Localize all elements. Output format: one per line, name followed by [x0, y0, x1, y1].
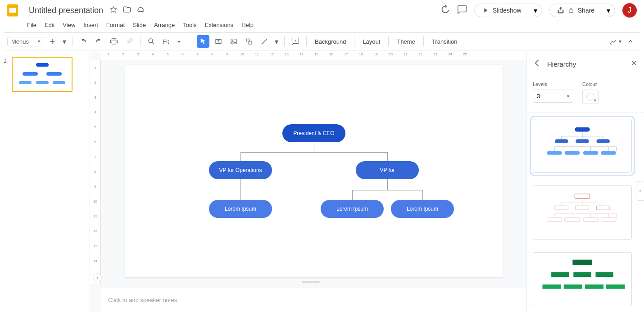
svg-point-4 — [149, 39, 153, 43]
colour-select[interactable] — [582, 90, 599, 104]
colour-label: Colour — [582, 81, 599, 87]
menu-extensions[interactable]: Extensions — [201, 20, 237, 30]
svg-rect-23 — [565, 218, 580, 222]
svg-rect-27 — [551, 272, 569, 277]
slide-thumb-1[interactable] — [12, 57, 73, 92]
svg-rect-29 — [596, 272, 613, 277]
hierarchy-template-2[interactable] — [533, 185, 632, 240]
svg-rect-11 — [555, 139, 568, 143]
select-tool[interactable] — [197, 35, 209, 48]
menu-bar: File Edit View Insert Format Slide Arran… — [0, 19, 644, 31]
menu-tools[interactable]: Tools — [179, 20, 200, 30]
org-node-vp-2[interactable]: VP for — [356, 161, 419, 179]
svg-rect-1 — [9, 8, 16, 13]
org-node-l3-2[interactable]: Lorem Ipsum — [321, 200, 384, 218]
speaker-notes[interactable]: Click to add speaker notes — [101, 288, 526, 312]
svg-rect-10 — [575, 127, 590, 132]
svg-rect-3 — [569, 10, 573, 13]
redo-button[interactable] — [92, 35, 105, 48]
zoom-button[interactable] — [145, 35, 158, 48]
share-dropdown[interactable]: ▾ — [602, 4, 615, 17]
svg-rect-33 — [606, 285, 625, 289]
menu-insert[interactable]: Insert — [80, 20, 102, 30]
org-node-ceo[interactable]: President & CEO — [282, 124, 345, 142]
panel-title: Hierarchy — [547, 60, 576, 68]
search-menus-input[interactable]: Menus — [7, 37, 43, 46]
paint-format-button[interactable] — [123, 35, 136, 48]
svg-rect-13 — [596, 139, 610, 143]
toolbar: Menus ▾ Fit ▾ Background Layout Theme Tr… — [4, 32, 640, 50]
line-tool-dropdown[interactable]: ▾ — [273, 35, 280, 48]
new-slide-button[interactable] — [46, 35, 59, 48]
new-slide-dropdown[interactable]: ▾ — [61, 35, 68, 48]
hierarchy-template-3[interactable] — [533, 252, 632, 306]
colour-dot-icon — [586, 93, 594, 101]
svg-rect-6 — [231, 39, 236, 44]
svg-rect-26 — [572, 260, 592, 265]
menu-file[interactable]: File — [23, 20, 40, 30]
panel-close-button[interactable] — [630, 59, 638, 68]
document-title[interactable]: Untitled presentation — [27, 5, 105, 16]
slideshow-label: Slideshow — [493, 7, 522, 14]
shape-tool[interactable] — [243, 35, 255, 48]
levels-label: Levels — [533, 81, 573, 87]
svg-point-2 — [560, 7, 561, 9]
org-node-vp-ops[interactable]: VP for Operations — [209, 161, 272, 179]
horizontal-ruler: 1234567891011121314151617181920212223242… — [101, 52, 526, 60]
panel-back-button[interactable] — [533, 59, 542, 69]
org-node-l3-1[interactable]: Lorem Ipsum — [209, 200, 272, 218]
svg-rect-24 — [583, 218, 598, 222]
hierarchy-template-1[interactable] — [533, 119, 632, 173]
comments-icon[interactable] — [457, 5, 467, 16]
theme-button[interactable]: Theme — [393, 36, 418, 47]
share-label: Share — [578, 7, 594, 14]
svg-rect-31 — [564, 285, 582, 289]
menu-slide[interactable]: Slide — [129, 20, 150, 30]
add-comment-button[interactable] — [289, 35, 302, 48]
svg-rect-30 — [543, 285, 561, 289]
move-icon[interactable] — [123, 5, 131, 15]
background-button[interactable]: Background — [311, 36, 349, 47]
image-tool[interactable] — [227, 35, 240, 48]
slideshow-button[interactable]: Slideshow — [475, 4, 529, 17]
svg-rect-12 — [576, 139, 589, 143]
diagram-panel: Hierarchy Levels 3 Colour — [526, 52, 644, 312]
history-icon[interactable] — [440, 5, 450, 16]
star-icon[interactable] — [109, 5, 118, 15]
filmstrip: 1 — [0, 52, 90, 312]
slides-app-icon[interactable] — [4, 1, 22, 19]
undo-button[interactable] — [77, 35, 90, 48]
speaker-notes-placeholder: Click to add speaker notes — [108, 297, 177, 303]
svg-rect-17 — [601, 151, 616, 155]
account-avatar[interactable]: J — [622, 3, 637, 18]
textbox-tool[interactable] — [212, 35, 225, 48]
line-tool[interactable] — [258, 35, 271, 48]
transition-button[interactable]: Transition — [428, 36, 461, 47]
svg-rect-19 — [555, 206, 568, 210]
zoom-select[interactable]: Fit — [160, 37, 187, 46]
hide-menus-button[interactable] — [624, 35, 637, 48]
menu-help[interactable]: Help — [238, 20, 257, 30]
slideshow-dropdown[interactable]: ▾ — [529, 4, 542, 17]
cloud-status-icon[interactable] — [136, 5, 145, 15]
svg-rect-16 — [583, 151, 598, 155]
filmstrip-collapse-button[interactable]: ‹ — [93, 273, 102, 282]
org-node-l3-3[interactable]: Lorem Ipsum — [391, 200, 454, 218]
side-panel-expand-tab[interactable]: ‹ — [636, 181, 644, 201]
svg-rect-18 — [575, 194, 590, 199]
menu-arrange[interactable]: Arrange — [150, 20, 178, 30]
menu-format[interactable]: Format — [103, 20, 128, 30]
print-button[interactable] — [108, 35, 120, 48]
svg-rect-15 — [565, 151, 580, 155]
layout-button[interactable]: Layout — [359, 36, 384, 47]
menu-view[interactable]: View — [59, 20, 79, 30]
levels-select[interactable]: 3 — [533, 90, 573, 103]
vertical-ruler: 1234567891011121314 — [90, 60, 101, 284]
svg-rect-14 — [547, 151, 562, 155]
notes-resize-handle[interactable] — [302, 281, 320, 283]
share-button[interactable]: Share — [550, 4, 602, 17]
slide-canvas[interactable]: President & CEO VP for Operations VP for… — [125, 65, 503, 277]
canvas: 1234567891011121314151617181920212223242… — [90, 52, 526, 312]
menu-edit[interactable]: Edit — [41, 20, 58, 30]
mode-indicator[interactable]: ▾ — [610, 38, 621, 45]
